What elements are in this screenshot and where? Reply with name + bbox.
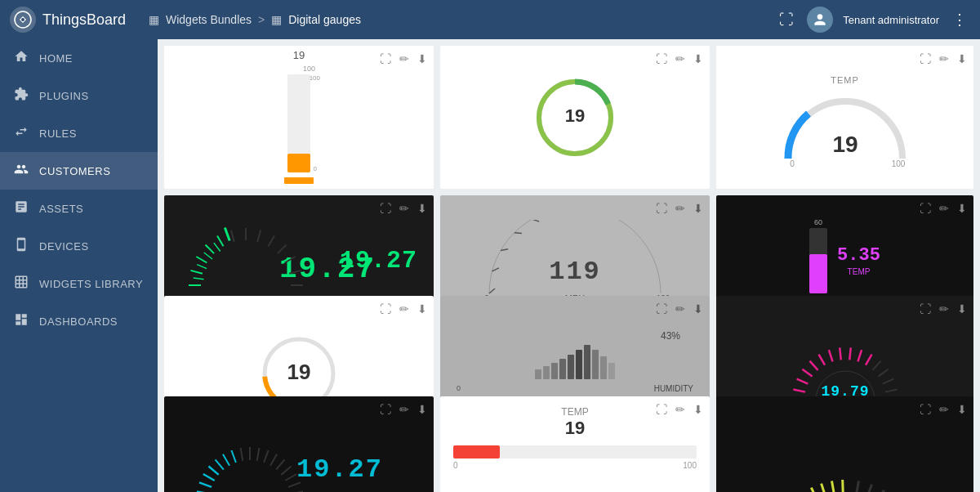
widget6-edit[interactable]: ✏ [938, 200, 951, 217]
widget4-expand[interactable]: ⛶ [378, 200, 393, 217]
widget8-edit[interactable]: ✏ [674, 401, 687, 418]
sidebar-item-dashboards[interactable]: DASHBOARDS [0, 302, 158, 340]
widget10-edit[interactable]: ✏ [398, 401, 411, 418]
svg-line-101 [866, 484, 871, 492]
widget5-download[interactable]: ⬇ [692, 200, 705, 217]
hb3 [551, 363, 558, 379]
sidebar-item-home[interactable]: HOME [0, 39, 158, 77]
assets-icon [13, 199, 29, 217]
vg-fill [287, 154, 310, 172]
widget10-download[interactable]: ⬇ [416, 401, 429, 418]
breadcrumb-item2: Digital gauges [288, 13, 361, 26]
svg-line-61 [884, 389, 897, 391]
svg-line-51 [809, 360, 817, 369]
widget7-edit[interactable]: ✏ [398, 301, 411, 317]
svg-line-98 [831, 481, 834, 492]
widget5-edit[interactable]: ✏ [674, 200, 687, 217]
widget2-edit[interactable]: ✏ [674, 51, 687, 67]
sidebar-label-assets: ASSETS [39, 203, 83, 215]
svg-line-57 [866, 354, 872, 365]
widget12-expand[interactable]: ⛶ [918, 401, 933, 418]
svg-line-56 [858, 350, 862, 361]
widget1-edit[interactable]: ✏ [398, 51, 411, 67]
sidebar-item-assets[interactable]: ASSETS [0, 190, 158, 227]
vg-max: 100 [303, 65, 315, 73]
user-name: Tenant administrator [843, 14, 939, 26]
humidity-edit[interactable]: ✏ [674, 301, 687, 317]
sidebar-item-widgets-library[interactable]: WIDGETS LIBRARY [0, 265, 158, 302]
widget8-download[interactable]: ⬇ [692, 401, 705, 418]
svg-text:0: 0 [790, 159, 795, 167]
temp-arc-title: TEMP [831, 75, 859, 85]
vertical-gauge: 19 100 100 0 [283, 49, 315, 186]
rules-icon [13, 124, 29, 142]
svg-line-21 [278, 245, 287, 254]
widget8-expand[interactable]: ⛶ [654, 401, 669, 418]
vg-tick-0: 0 [314, 165, 317, 172]
widget-vertical-bar: ⛶ ✏ ⬇ 19 100 100 0 [164, 46, 434, 189]
widget12-edit[interactable]: ✏ [938, 401, 951, 418]
svg-line-80 [281, 467, 291, 475]
widget9-download[interactable]: ⬇ [956, 301, 969, 317]
svg-line-76 [257, 448, 260, 461]
svg-line-22 [285, 257, 296, 263]
humidity-download[interactable]: ⬇ [692, 301, 705, 317]
widget4-download[interactable]: ⬇ [416, 200, 429, 217]
svg-line-59 [878, 369, 888, 376]
devices-icon [13, 237, 29, 255]
sidebar-item-rules[interactable]: RULES [0, 114, 158, 152]
widget5-expand[interactable]: ⛶ [654, 200, 669, 217]
vg-indicator [283, 176, 315, 186]
temp-min: 0 [453, 461, 458, 470]
widget3-edit[interactable]: ✏ [938, 51, 951, 67]
humidity-expand[interactable]: ⛶ [654, 301, 669, 317]
breadcrumb-icon2: ▦ [271, 13, 282, 26]
breadcrumb-item1[interactable]: Widgets Bundles [166, 13, 252, 26]
widget-temp-bar: ⛶ ✏ ⬇ TEMP 19 0 100 [440, 396, 710, 492]
widget3-download[interactable]: ⬇ [956, 51, 969, 67]
widget12-download[interactable]: ⬇ [956, 401, 969, 418]
svg-text:19.27: 19.27 [296, 454, 383, 485]
sidebar-item-customers[interactable]: CUSTOMERS [0, 152, 158, 190]
breadcrumb-icon1: ▦ [149, 13, 159, 26]
widget1-expand[interactable]: ⛶ [378, 51, 393, 67]
sidebar-item-plugins[interactable]: PLUGINS [0, 77, 158, 114]
widget7-expand[interactable]: ⛶ [378, 301, 393, 317]
temp-bar-scale: 0 100 [453, 461, 697, 470]
widget10-expand[interactable]: ⛶ [378, 401, 393, 418]
widget6-expand[interactable]: ⛶ [918, 200, 933, 217]
green-gauge-svg: 19 [530, 73, 620, 163]
customers-icon [13, 162, 29, 180]
svg-line-37 [514, 230, 522, 237]
widget4-edit[interactable]: ✏ [398, 200, 411, 217]
sidebar-item-devices[interactable]: DEVICES [0, 227, 158, 265]
humidity-label: HUMIDITY [654, 384, 693, 393]
widget9-expand[interactable]: ⛶ [918, 301, 933, 317]
widget6-download[interactable]: ⬇ [956, 200, 969, 217]
humidity-min: 0 [457, 384, 461, 393]
widget3-expand[interactable]: ⛶ [918, 51, 933, 67]
navbar-right: ⛶ Tenant administrator ⋮ [776, 7, 970, 33]
widget1-actions: ⛶ ✏ ⬇ [378, 51, 429, 67]
widget8-actions: ⛶ ✏ ⬇ [654, 401, 705, 418]
svg-line-72 [223, 454, 229, 466]
widget2-expand[interactable]: ⛶ [654, 51, 669, 67]
svg-line-55 [849, 347, 851, 360]
content-grid: ⛶ ✏ ⬇ 19 100 100 0 [158, 39, 980, 492]
svg-line-12 [190, 271, 202, 274]
pink-bar-fill [809, 254, 827, 293]
svg-text:119: 119 [549, 257, 601, 287]
svg-line-20 [269, 235, 275, 246]
svg-line-27 [204, 253, 212, 259]
svg-point-1 [21, 18, 24, 21]
svg-line-99 [842, 480, 843, 492]
svg-rect-2 [284, 177, 314, 184]
fullscreen-button[interactable]: ⛶ [776, 8, 797, 32]
widget9-edit[interactable]: ✏ [938, 301, 951, 317]
plugins-icon [13, 87, 29, 105]
svg-line-34 [489, 288, 495, 293]
more-menu-button[interactable]: ⋮ [949, 7, 970, 32]
widget2-download[interactable]: ⬇ [692, 51, 705, 67]
widget1-download[interactable]: ⬇ [416, 51, 429, 67]
widget7-download[interactable]: ⬇ [416, 301, 429, 317]
